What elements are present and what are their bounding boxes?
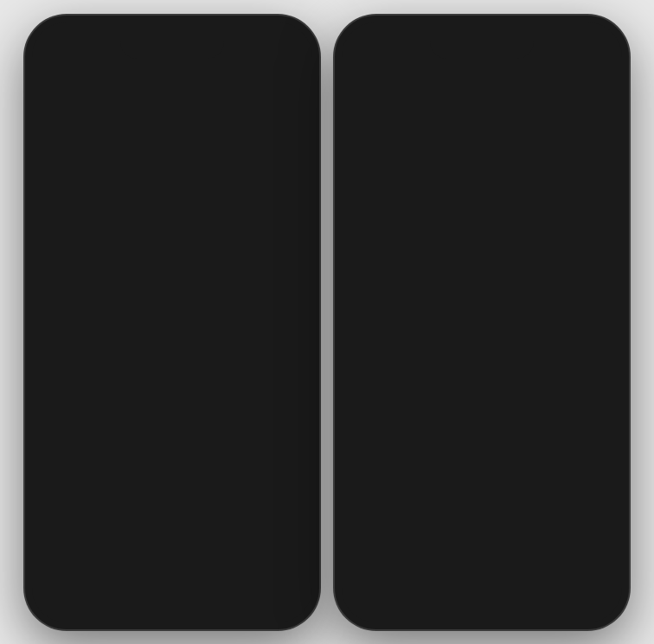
bottom-heart-icon[interactable]: ♡ [76,590,93,612]
left-phone-screen: 7:14 ∿ [32,22,312,622]
left-separator [32,487,312,488]
model-label: Model [359,357,389,370]
category-link[interactable]: PlayStation [97,413,163,428]
right-status-icons: ∿ [549,34,601,46]
likes-row: ♡ 125 Likes [49,360,295,376]
right-battery-icon [582,35,601,44]
colour-label: Colour [485,388,518,401]
category-prefix: In PlayStation [75,413,163,428]
description-icon: ≣ [49,439,67,456]
right-status-bar: 7:11 ∿ [342,22,622,50]
right-wifi-icon: ∿ [569,34,578,46]
left-phone: 7:14 ∿ [25,16,319,629]
right-time: 7:11 [362,33,387,47]
right-bottom-heart-icon[interactable]: ♡ [379,583,396,605]
right-share-button[interactable]: ⬆ [542,54,572,83]
ps5-body-white [48,149,89,270]
right-nav-overlay: ← ⬆ ⊡ [342,54,622,83]
right-nav-buttons: ⬆ ⚑ [233,54,298,83]
signal-icon [240,35,255,44]
left-bottom-bar: 99+ ♡ [32,590,312,612]
lightning-icon: ⚡ [49,334,64,348]
listing-time: ⚡ over 3 months ago by [49,330,295,348]
battery-icon [272,35,292,44]
heart-outline-icon: ♡ [49,360,67,376]
right-bottom-count: 40 [359,586,374,601]
right-home-indicator [430,614,534,617]
condition-divider [359,469,605,470]
details-divider-1 [359,379,605,379]
left-status-bar: 7:14 ∿ [32,22,312,50]
right-listing-image: ← ⬆ ⊡ [342,22,622,316]
back-button[interactable]: ← [46,54,75,83]
details-section-title: Details [359,330,605,348]
left-listing-image: ← ⬆ ⚑ [32,22,312,316]
left-status-icons: ∿ [240,34,292,46]
right-bottom-bar: 40 ♡ [342,583,622,605]
description-row: ≣ [49,439,295,456]
details-divider-2 [359,410,605,411]
right-bookmark-button[interactable]: ⊡ [579,54,608,83]
left-time: 7:14 [53,33,77,47]
condition-row: ▭ Brand new [49,386,295,403]
right-listing-content: Details Model Storage Colour Condition B… [342,316,622,511]
category-row: ≡ In PlayStation [49,413,295,429]
bookmark-icon: ⊡ [587,59,600,78]
image-fade [32,265,312,316]
left-nav-overlay: ← ⬆ ⚑ [32,54,312,83]
share-button[interactable]: ⬆ [233,54,262,83]
condition-value: Brand new [359,446,605,461]
left-home-indicator [120,614,224,617]
description-section-title: Description [359,479,605,497]
iphone-redacted-box [456,139,508,182]
category-icon: ≡ [49,413,67,429]
flag-icon: ⚑ [278,60,290,76]
bottom-count: 99+ [49,593,71,608]
wifi-icon: ∿ [260,34,268,46]
redacted-box-bottom [183,221,269,247]
right-phone-screen: 7:11 ∿ [342,22,622,622]
flag-button[interactable]: ⚑ [269,54,298,83]
right-phone: 7:11 ∿ [335,16,629,629]
right-back-button[interactable]: ← [356,54,385,83]
bottom-count-area: 99+ ♡ [49,590,93,612]
redacted-box-top [183,81,252,107]
right-signal-icon [549,35,565,44]
model-row: Model [359,357,605,370]
left-listing-content: ⚡ over 3 months ago by ♡ 125 Likes ▭ Bra… [32,316,312,480]
likes-count[interactable]: 125 Likes [75,360,131,375]
condition-section-title: Condition [359,419,605,437]
condition-value[interactable]: Brand new [75,387,138,402]
storage-colour-row: Storage Colour [359,388,605,401]
storage-label: Storage [359,388,399,401]
right-action-buttons: ⬆ ⊡ [542,54,608,83]
camera-lens-3 [435,83,458,105]
condition-icon: ▭ [49,386,67,403]
